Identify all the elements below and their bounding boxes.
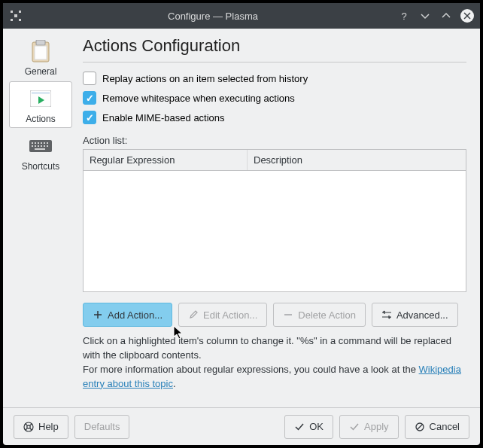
sidebar-item-actions[interactable]: Actions bbox=[9, 81, 72, 128]
svg-rect-21 bbox=[44, 145, 45, 147]
check-label: Enable MIME-based actions bbox=[102, 112, 225, 123]
hint-line-2: For more information about regular expre… bbox=[83, 363, 466, 392]
svg-rect-18 bbox=[35, 145, 36, 147]
minimize-icon[interactable] bbox=[418, 9, 432, 23]
checkbox-icon[interactable] bbox=[83, 111, 96, 124]
button-label: OK bbox=[309, 421, 324, 432]
sidebar-item-label: Actions bbox=[26, 114, 55, 124]
check-icon bbox=[349, 422, 360, 432]
button-label: Help bbox=[38, 421, 59, 432]
window-controls: ? bbox=[397, 9, 474, 23]
window-body: General Actions Shortcuts Actions Config… bbox=[3, 29, 480, 407]
table-body[interactable] bbox=[84, 171, 466, 291]
svg-rect-12 bbox=[35, 142, 36, 144]
action-list-table[interactable]: Regular Expression Description bbox=[83, 149, 466, 292]
svg-rect-0 bbox=[11, 11, 13, 13]
button-label: Add Action... bbox=[108, 309, 163, 321]
checkbox-icon[interactable] bbox=[83, 72, 96, 85]
app-icon bbox=[9, 9, 23, 23]
svg-rect-17 bbox=[32, 145, 33, 147]
plus-icon bbox=[93, 309, 103, 320]
help-icon[interactable]: ? bbox=[397, 9, 411, 23]
actionlist-label: Action list: bbox=[83, 135, 466, 146]
check-label: Remove whitespace when executing actions bbox=[102, 93, 295, 104]
svg-rect-23 bbox=[35, 148, 45, 150]
svg-rect-19 bbox=[38, 145, 39, 147]
sidebar-item-shortcuts[interactable]: Shortcuts bbox=[9, 130, 72, 175]
svg-point-25 bbox=[27, 425, 30, 428]
minus-icon bbox=[283, 309, 293, 320]
svg-rect-3 bbox=[11, 19, 13, 21]
check-replay[interactable]: Replay actions on an item selected from … bbox=[83, 72, 466, 85]
svg-rect-1 bbox=[19, 11, 21, 13]
check-icon bbox=[294, 422, 305, 432]
page-title: Actions Configuration bbox=[83, 36, 466, 56]
dialog-buttons: Help Defaults OK Apply Cancel bbox=[3, 407, 480, 445]
sidebar-item-general[interactable]: General bbox=[9, 35, 72, 80]
apply-button: Apply bbox=[339, 415, 399, 439]
edit-action-button: Edit Action... bbox=[178, 303, 267, 327]
button-label: Cancel bbox=[430, 421, 460, 432]
check-trim-whitespace[interactable]: Remove whitespace when executing actions bbox=[83, 91, 466, 105]
button-label: Delete Action bbox=[298, 309, 356, 321]
sliders-icon bbox=[381, 309, 392, 320]
action-buttons: Add Action... Edit Action... Delete Acti… bbox=[83, 303, 466, 327]
checkbox-icon[interactable] bbox=[83, 91, 96, 105]
hint-text: Click on a highlighted item's column to … bbox=[83, 334, 466, 391]
col-description[interactable]: Description bbox=[248, 150, 466, 170]
separator bbox=[83, 62, 466, 62]
col-regex[interactable]: Regular Expression bbox=[84, 150, 248, 170]
svg-rect-7 bbox=[35, 46, 47, 59]
titlebar: Configure — Plasma ? bbox=[3, 3, 480, 29]
play-icon bbox=[29, 87, 53, 111]
hint-line-1: Click on a highlighted item's column to … bbox=[83, 334, 466, 363]
svg-rect-6 bbox=[36, 40, 45, 45]
defaults-button: Defaults bbox=[74, 415, 130, 439]
check-mime[interactable]: Enable MIME-based actions bbox=[83, 111, 466, 124]
svg-point-24 bbox=[24, 422, 33, 431]
svg-rect-14 bbox=[41, 142, 42, 144]
cancel-icon bbox=[415, 422, 425, 432]
lifebuoy-icon bbox=[23, 422, 34, 432]
svg-rect-2 bbox=[14, 14, 17, 17]
add-action-button[interactable]: Add Action... bbox=[83, 303, 172, 327]
close-icon[interactable] bbox=[460, 9, 474, 23]
delete-action-button: Delete Action bbox=[273, 303, 366, 327]
clipboard-icon bbox=[29, 39, 53, 63]
svg-rect-11 bbox=[32, 142, 33, 144]
sidebar-item-label: Shortcuts bbox=[22, 161, 60, 172]
maximize-icon[interactable] bbox=[439, 9, 453, 23]
button-label: Defaults bbox=[84, 421, 120, 432]
button-label: Advanced... bbox=[396, 309, 448, 321]
table-header: Regular Expression Description bbox=[84, 150, 466, 171]
main-panel: Actions Configuration Replay actions on … bbox=[78, 29, 480, 407]
svg-rect-22 bbox=[47, 145, 48, 147]
button-label: Edit Action... bbox=[203, 309, 257, 321]
svg-rect-15 bbox=[44, 142, 45, 144]
button-label: Apply bbox=[364, 421, 389, 432]
keyboard-icon bbox=[29, 134, 53, 158]
cancel-button[interactable]: Cancel bbox=[405, 415, 469, 439]
check-label: Replay actions on an item selected from … bbox=[102, 73, 308, 84]
svg-rect-16 bbox=[47, 142, 48, 144]
pencil-icon bbox=[188, 309, 199, 320]
sidebar: General Actions Shortcuts bbox=[3, 29, 78, 407]
ok-button[interactable]: OK bbox=[284, 415, 333, 439]
sidebar-item-label: General bbox=[25, 66, 57, 77]
svg-rect-20 bbox=[41, 145, 42, 147]
advanced-button[interactable]: Advanced... bbox=[372, 303, 458, 327]
window-title: Configure — Plasma bbox=[29, 11, 397, 22]
svg-rect-4 bbox=[19, 19, 21, 21]
window: Configure — Plasma ? General Actions bbox=[3, 3, 480, 445]
svg-rect-13 bbox=[38, 142, 39, 144]
help-button[interactable]: Help bbox=[14, 415, 68, 439]
svg-rect-9 bbox=[32, 92, 50, 94]
